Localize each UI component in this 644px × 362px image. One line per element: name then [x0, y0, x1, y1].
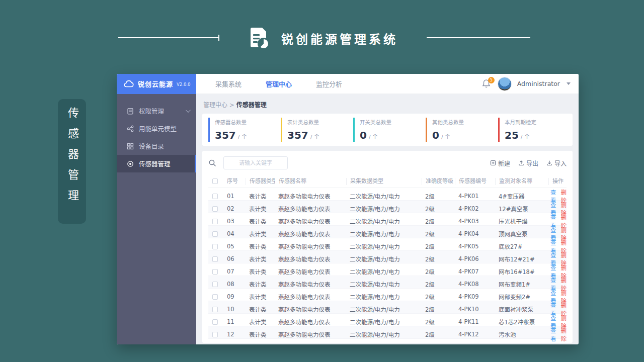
table-row: 02 表计类 燕赵多功能电力仪表 二次能源/电力/电力 2级 4-PK02 12…: [208, 201, 567, 213]
table-row: 04 表计类 燕赵多功能电力仪表 二次能源/电力/电力 2级 4-PK04 顶网…: [208, 226, 567, 238]
export-button[interactable]: 导出: [518, 159, 538, 167]
row-checkbox[interactable]: [212, 269, 218, 275]
nav-item-collect[interactable]: 采集系统: [215, 79, 242, 88]
cell-datatype: 二次能源/电力/电力: [346, 242, 422, 250]
cell-target: 底放27#: [495, 242, 548, 250]
app-topbar: 锐创云能源 V2.0.0 采集系统 管理中心 监控分析 5 Administra…: [117, 74, 579, 94]
cell-target: 4#变压器: [495, 192, 548, 200]
row-checkbox[interactable]: [212, 307, 218, 312]
row-checkbox[interactable]: [212, 282, 218, 287]
search-toolbar: 新建 导出 导入: [208, 156, 567, 170]
stat-unit: / 个: [238, 134, 247, 140]
row-checkbox[interactable]: [212, 256, 218, 262]
cell-no: 02: [223, 205, 246, 212]
clipboard-icon: [127, 108, 134, 115]
row-checkbox[interactable]: [212, 219, 218, 224]
current-page-label: 第1/1页: [330, 343, 345, 344]
sidebar-item-energy-unit-model[interactable]: 用能单元模型: [117, 120, 196, 137]
row-checkbox[interactable]: [212, 294, 218, 300]
main-nav: 采集系统 管理中心 监控分析: [196, 79, 342, 88]
table-body: 01 表计类 燕赵多功能电力仪表 二次能源/电力/电力 2级 4-PK01 4#…: [208, 188, 567, 339]
row-checkbox[interactable]: [212, 244, 218, 249]
cell-accuracy: 2级: [422, 267, 455, 276]
cell-datatype: 二次能源/电力/电力: [346, 255, 422, 263]
row-checkbox[interactable]: [212, 231, 218, 237]
table-row: 10 表计类 燕赵多功能电力仪表 二次能源/电力/电力 2级 4-PK10 底面…: [208, 301, 567, 314]
cell-name: 燕赵多功能电力仪表: [275, 330, 346, 338]
avatar[interactable]: [498, 77, 512, 91]
cell-type: 表计类: [246, 192, 275, 200]
cell-no: 10: [223, 306, 246, 313]
cell-name: 燕赵多功能电力仪表: [275, 305, 346, 313]
stat-unit: / 个: [521, 134, 530, 140]
sidebar-item-label: 传感器管理: [139, 159, 171, 168]
breadcrumb-root[interactable]: 管理中心: [203, 102, 227, 109]
cell-type: 表计类: [246, 217, 275, 225]
import-button[interactable]: 导入: [546, 159, 567, 167]
cell-code: 4-PK05: [455, 243, 495, 250]
sidebar-item-permissions[interactable]: 权限管理: [117, 102, 196, 120]
column-header-datatype: 采集数据类型: [346, 178, 422, 185]
search-input[interactable]: [223, 156, 288, 169]
delete-link[interactable]: 删除: [561, 326, 567, 342]
cell-target: 污水池: [495, 330, 548, 338]
cell-target: 网布16#18#: [495, 267, 548, 276]
select-all-checkbox[interactable]: [212, 178, 218, 184]
column-header-name: 传感器名称: [275, 178, 346, 185]
stat-value: 25: [505, 129, 519, 141]
side-vertical-label: 传感器管理: [58, 99, 86, 224]
topbar-right: 5 Administrator: [482, 77, 579, 91]
nav-item-manage[interactable]: 管理中心: [266, 79, 292, 88]
cell-datatype: 二次能源/电力/电力: [346, 318, 422, 326]
view-link[interactable]: 查看: [550, 326, 556, 342]
sidebar-item-sensor-management[interactable]: 传感器管理: [117, 155, 196, 172]
cell-target: 12#真空泵: [495, 205, 548, 213]
app-window: 锐创云能源 V2.0.0 采集系统 管理中心 监控分析 5 Administra…: [117, 74, 579, 344]
cell-name: 燕赵多功能电力仪表: [275, 217, 346, 225]
sidebar-item-label: 权限管理: [139, 106, 164, 116]
notification-badge: 5: [488, 77, 495, 83]
table-row: 05 表计类 燕赵多功能电力仪表 二次能源/电力/电力 2级 4-PK05 底放…: [208, 238, 567, 251]
cell-name: 燕赵多功能电力仪表: [275, 242, 346, 250]
user-menu-caret-icon[interactable]: [567, 82, 571, 85]
column-header-type: 传感器类型: [246, 178, 275, 185]
cell-no: 09: [223, 293, 246, 300]
table-panel: 新建 导出 导入: [202, 151, 573, 343]
cell-no: 11: [223, 318, 246, 325]
stat-value: 357: [287, 129, 308, 141]
cell-target: 底面衬冲浆泵: [495, 305, 548, 313]
document-piechart-logo-icon: [246, 26, 271, 51]
cell-name: 燕赵多功能电力仪表: [275, 267, 346, 276]
create-button[interactable]: 新建: [490, 159, 510, 167]
cell-datatype: 二次能源/电力/电力: [346, 217, 422, 225]
stat-due-verification: 本月到期检定 25/ 个: [498, 118, 567, 142]
stat-value: 0: [360, 129, 367, 141]
row-checkbox[interactable]: [212, 194, 218, 199]
cell-datatype: 二次能源/电力/电力: [346, 205, 422, 213]
chevron-down-icon[interactable]: [186, 108, 191, 113]
cell-target: 网布变频1#: [495, 280, 548, 288]
notification-bell[interactable]: 5: [482, 79, 492, 89]
page-title: 锐创能源管理系统: [281, 30, 398, 47]
cell-code: 4-PK06: [455, 255, 495, 262]
table-row: 06 表计类 燕赵多功能电力仪表 二次能源/电力/电力 2级 4-PK06 网布…: [208, 251, 567, 263]
cell-name: 燕赵多功能电力仪表: [275, 205, 346, 213]
cell-name: 燕赵多功能电力仪表: [275, 192, 346, 200]
sidebar-item-label: 用能单元模型: [139, 124, 177, 133]
column-header-code: 传感器编号: [455, 178, 495, 185]
app-logo: 锐创云能源 V2.0.0: [117, 74, 196, 94]
cell-no: 06: [223, 255, 246, 262]
sidebar-item-label: 设备目录: [139, 141, 164, 151]
stat-unit: / 个: [441, 134, 450, 140]
row-checkbox[interactable]: [212, 319, 218, 325]
nav-item-monitor[interactable]: 监控分析: [316, 79, 342, 88]
row-checkbox[interactable]: [212, 332, 218, 337]
stat-unit: / 个: [310, 134, 319, 140]
cell-code: 4-PK02: [455, 205, 495, 212]
cell-target: 顶网真空泵: [495, 230, 548, 238]
row-checkbox[interactable]: [212, 206, 218, 212]
cell-target: 网部变频2#: [495, 293, 548, 301]
sidebar-item-device-catalog[interactable]: 设备目录: [117, 137, 196, 155]
cell-type: 表计类: [246, 330, 275, 338]
cell-type: 表计类: [246, 318, 275, 326]
